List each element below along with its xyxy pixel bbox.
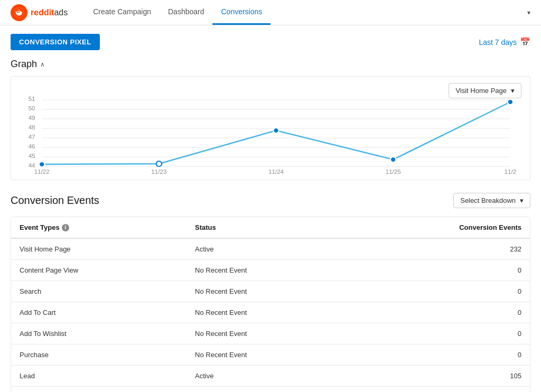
cell-conversions: 0 (346, 281, 530, 302)
cell-status: No Recent Event (186, 281, 346, 302)
logo-reddit-text: reddit (31, 8, 54, 17)
calendar-icon: 📅 (520, 37, 530, 47)
top-bar: CONVERSION PIXEL Last 7 days 📅 (11, 34, 530, 50)
conversion-events-section: Conversion Events Select Breakdown ▾ Eve… (11, 193, 530, 392)
graph-container: Visit Home Page ▾ 44 45 46 47 48 49 50 5… (11, 76, 530, 180)
th-event-types: Event Types i (11, 217, 186, 238)
nav-conversions[interactable]: Conversions (212, 0, 270, 25)
select-breakdown-button[interactable]: Select Breakdown ▾ (453, 193, 530, 208)
cell-status: Active (186, 366, 346, 387)
cell-event-type: Lead (11, 366, 186, 387)
table-row: Visit Home PageActive232 (11, 238, 530, 260)
conversion-pixel-button[interactable]: CONVERSION PIXEL (11, 34, 100, 50)
cell-event-type: Purchase (11, 344, 186, 366)
svg-text:11/23: 11/23 (151, 169, 166, 174)
svg-text:11/25: 11/25 (386, 169, 401, 174)
table-row: SearchNo Recent Event0 (11, 281, 530, 302)
cell-status: No Recent Event (186, 302, 346, 323)
cell-event-type: Search (11, 281, 186, 302)
svg-point-17 (39, 162, 45, 167)
svg-text:46: 46 (29, 143, 35, 150)
cell-status: No Recent Event (186, 260, 346, 281)
chart-svg: 44 45 46 47 48 49 50 51 (20, 89, 521, 174)
select-breakdown-label: Select Breakdown (460, 197, 516, 204)
graph-title: Graph (11, 59, 37, 70)
svg-text:51: 51 (29, 96, 35, 102)
date-range-selector[interactable]: Last 7 days 📅 (479, 37, 530, 47)
header-right: ▾ (527, 9, 530, 16)
graph-filter-dropdown: Visit Home Page ▾ (449, 83, 521, 98)
graph-section: Graph ∧ Visit Home Page ▾ 44 45 46 47 48… (11, 59, 530, 180)
table-row: LeadActive105 (11, 366, 530, 387)
cell-event-type: Content Page View (11, 260, 186, 281)
svg-point-20 (390, 157, 396, 162)
cell-conversions: 0 (346, 260, 530, 281)
logo: reddit ads (11, 4, 68, 21)
cell-status: No Recent Event (186, 323, 346, 344)
table-body: Visit Home PageActive232Content Page Vie… (11, 238, 530, 392)
conversion-events-table-container: Event Types i Status Conversion Events V… (11, 217, 530, 392)
event-types-info-icon: i (62, 224, 69, 231)
header-dropdown-icon[interactable]: ▾ (527, 9, 530, 16)
table-row: Content Page ViewNo Recent Event0 (11, 260, 530, 281)
select-breakdown-chevron: ▾ (520, 197, 524, 204)
svg-point-19 (273, 128, 279, 133)
graph-section-header: Graph ∧ (11, 59, 530, 70)
svg-text:48: 48 (29, 124, 35, 130)
svg-text:49: 49 (29, 115, 35, 121)
cell-conversions: 0 (346, 323, 530, 344)
main-content: CONVERSION PIXEL Last 7 days 📅 Graph ∧ V… (0, 25, 541, 392)
date-range-label: Last 7 days (479, 38, 517, 46)
table-header-row: Event Types i Status Conversion Events (11, 217, 530, 238)
graph-collapse-icon[interactable]: ∧ (40, 61, 45, 68)
table-header: Event Types i Status Conversion Events (11, 217, 530, 238)
nav-dashboard[interactable]: Dashboard (160, 0, 213, 25)
main-header: reddit ads Create Campaign Dashboard Con… (0, 0, 541, 25)
cell-status: No Recent Event (186, 387, 346, 393)
svg-text:11/24: 11/24 (268, 169, 284, 174)
th-conversion-events: Conversion Events (346, 217, 530, 238)
svg-text:45: 45 (29, 153, 35, 159)
graph-filter-chevron: ▾ (511, 87, 515, 95)
table-row: Sign UpNo Recent Event0 (11, 387, 530, 393)
svg-text:44: 44 (29, 162, 35, 169)
chart-area: 44 45 46 47 48 49 50 51 (20, 89, 521, 175)
th-status: Status (186, 217, 346, 238)
graph-filter-button[interactable]: Visit Home Page ▾ (449, 83, 521, 98)
cell-event-type: Sign Up (11, 387, 186, 393)
nav-create-campaign[interactable]: Create Campaign (85, 0, 160, 25)
cell-event-type: Add To Wishlist (11, 323, 186, 344)
cell-conversions: 0 (346, 344, 530, 366)
graph-filter-label: Visit Home Page (455, 87, 507, 95)
table-row: Add To WishlistNo Recent Event0 (11, 323, 530, 344)
svg-point-21 (508, 99, 514, 105)
th-event-types-label: Event Types (20, 223, 60, 231)
reddit-logo-icon (11, 4, 27, 21)
svg-point-18 (156, 161, 162, 166)
cell-conversions: 232 (346, 238, 530, 260)
table-row: Add To CartNo Recent Event0 (11, 302, 530, 323)
table-row: PurchaseNo Recent Event0 (11, 344, 530, 366)
cell-event-type: Visit Home Page (11, 238, 186, 260)
cell-conversions: 0 (346, 302, 530, 323)
events-header: Conversion Events Select Breakdown ▾ (11, 193, 530, 208)
cell-status: No Recent Event (186, 344, 346, 366)
cell-conversions: 105 (346, 366, 530, 387)
svg-text:11/22: 11/22 (34, 169, 50, 174)
cell-conversions: 0 (346, 387, 530, 393)
cell-status: Active (186, 238, 346, 260)
logo-ads-text: ads (54, 8, 68, 17)
svg-text:11/2: 11/2 (505, 169, 517, 174)
events-title: Conversion Events (11, 194, 99, 207)
main-nav: Create Campaign Dashboard Conversions (85, 0, 527, 25)
conversion-events-table: Event Types i Status Conversion Events V… (11, 217, 530, 392)
svg-text:47: 47 (29, 134, 35, 140)
cell-event-type: Add To Cart (11, 302, 186, 323)
svg-text:50: 50 (29, 105, 35, 111)
